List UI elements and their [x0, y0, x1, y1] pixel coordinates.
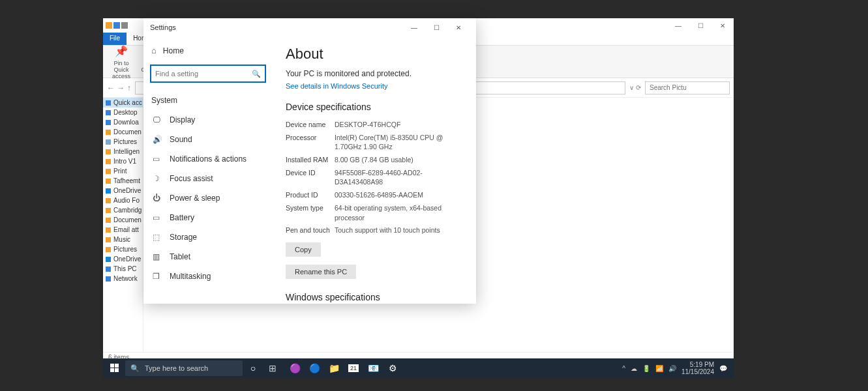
settings-nav-storage[interactable]: ⬚Storage [143, 227, 273, 247]
svg-rect-2 [110, 368, 114, 372]
explorer-search-input[interactable] [645, 81, 730, 94]
settings-maximize-button[interactable]: ☐ [425, 18, 447, 36]
settings-close-button[interactable]: ✕ [447, 18, 470, 36]
explorer-sidebar-item[interactable]: Audio Fo [103, 195, 143, 205]
taskbar-copilot-icon[interactable]: 🟣 [286, 359, 304, 377]
settings-home-button[interactable]: ⌂ Home [143, 42, 273, 59]
taskbar-settings-icon[interactable]: ⚙ [383, 359, 402, 377]
settings-nav-tablet[interactable]: ▥Tablet [143, 247, 273, 267]
svg-rect-3 [115, 368, 119, 372]
svg-rect-0 [110, 364, 114, 368]
search-icon: 🔍 [130, 364, 140, 373]
settings-main-content: About Your PC is monitored and protected… [273, 36, 476, 304]
settings-search-input[interactable] [155, 70, 252, 78]
settings-search-box[interactable]: 🔍 [150, 65, 266, 83]
explorer-sidebar-item[interactable]: Documen [103, 127, 143, 137]
spec-row: Pen and touchTouch support with 10 touch… [286, 225, 463, 235]
power-icon: ⏻ [153, 194, 162, 203]
explorer-minimize-button[interactable]: — [667, 22, 689, 29]
pin-icon: 📌 [114, 44, 128, 59]
explorer-maximize-button[interactable]: ☐ [689, 22, 711, 29]
storage-icon: ⬚ [153, 233, 162, 242]
tray-chevron-up-icon[interactable]: ^ [622, 365, 625, 372]
settings-nav-sound[interactable]: 🔊Sound [143, 130, 273, 149]
taskbar: 🔍 Type here to search ○ ⊞ 🟣 🔵 📁 21 📧 ⚙ ^… [103, 358, 734, 378]
explorer-sidebar-item[interactable]: Music [103, 235, 143, 244]
multi-icon: ❐ [153, 272, 162, 281]
tray-battery-icon[interactable]: 🔋 [642, 365, 650, 372]
settings-titlebar[interactable]: Settings — ☐ ✕ [143, 18, 476, 36]
explorer-sidebar-item[interactable]: OneDrive [103, 254, 143, 264]
taskbar-mail-icon[interactable]: 📧 [364, 359, 382, 377]
page-title: About [286, 46, 463, 63]
settings-nav-display[interactable]: 🖵Display [143, 110, 273, 130]
settings-minimize-button[interactable]: — [403, 18, 425, 36]
display-icon: 🖵 [153, 115, 162, 124]
home-icon: ⌂ [151, 46, 157, 55]
spec-row: Device ID94F5508F-6289-4460-AD02-D3A1434… [286, 168, 463, 187]
action-center-button[interactable]: 💬 [719, 365, 727, 372]
explorer-sidebar-item[interactable]: Pictures [103, 244, 143, 254]
settings-nav-focus[interactable]: ☽Focus assist [143, 169, 273, 188]
explorer-sidebar-item[interactable]: Tafheemt [103, 176, 143, 186]
explorer-sidebar-item[interactable]: OneDrive [103, 186, 143, 195]
settings-nav-battery[interactable]: ▭Battery [143, 208, 273, 227]
copy-specs-button[interactable]: Copy [286, 242, 321, 257]
spec-row: Installed RAM8.00 GB (7.84 GB usable) [286, 155, 463, 165]
explorer-sidebar-item[interactable]: Quick acc [103, 98, 143, 108]
notif-icon: ▭ [153, 154, 162, 164]
spec-row: Product ID00330-51626-64895-AAOEM [286, 190, 463, 200]
taskbar-app-icon[interactable]: 21 [344, 359, 363, 377]
taskbar-edge-icon[interactable]: 🔵 [305, 359, 323, 377]
settings-sidebar: ⌂ Home 🔍 System 🖵Display🔊Sound▭Notificat… [143, 36, 273, 304]
explorer-sidebar-item[interactable]: Documen [103, 215, 143, 225]
tray-volume-icon[interactable]: 🔊 [668, 365, 676, 372]
explorer-sidebar-item[interactable]: Intro V1 [103, 156, 143, 166]
spec-row: Device nameDESKTOP-4T6HCQF [286, 120, 463, 130]
cortana-icon[interactable]: ○ [244, 359, 262, 377]
task-view-button[interactable]: ⊞ [263, 359, 282, 377]
rename-pc-button[interactable]: Rename this PC [286, 265, 356, 279]
taskbar-clock[interactable]: 5:19 PM 11/15/2024 [681, 361, 714, 375]
windows-spec-header: Windows specifications [286, 292, 463, 302]
device-spec-header: Device specifications [286, 102, 463, 112]
explorer-sidebar-item[interactable]: Pictures [103, 137, 143, 147]
spec-row: System type64-bit operating system, x64-… [286, 203, 463, 222]
explorer-sidebar-item[interactable]: Cambridg [103, 205, 143, 215]
taskbar-explorer-icon[interactable]: 📁 [325, 359, 343, 377]
focus-icon: ☽ [153, 174, 162, 183]
search-icon: 🔍 [252, 70, 261, 78]
settings-nav-power[interactable]: ⏻Power & sleep [143, 188, 273, 208]
explorer-sidebar-item[interactable]: Network [103, 274, 143, 283]
settings-title-text: Settings [150, 23, 176, 31]
start-button[interactable] [106, 359, 124, 377]
spec-row: ProcessorIntel(R) Core(TM) i5-8350U CPU … [286, 133, 463, 152]
svg-rect-1 [115, 364, 119, 368]
pin-quick-access-button[interactable]: 📌 Pin to Quick access [107, 44, 136, 80]
explorer-tab-file[interactable]: File [103, 33, 127, 45]
battery-icon: ▭ [153, 213, 162, 222]
explorer-nav-buttons[interactable]: ← → ↑ [107, 83, 131, 93]
explorer-sidebar-item[interactable]: Print [103, 166, 143, 176]
tablet-icon: ▥ [153, 252, 162, 261]
sound-icon: 🔊 [153, 135, 162, 144]
windows-security-link[interactable]: See details in Windows Security [286, 82, 463, 90]
taskbar-search-box[interactable]: 🔍 Type here to search [125, 360, 243, 376]
tray-onedrive-icon[interactable]: ☁ [631, 365, 637, 372]
explorer-close-button[interactable]: ✕ [711, 22, 734, 29]
settings-nav-notif[interactable]: ▭Notifications & actions [143, 149, 273, 169]
explorer-sidebar-item[interactable]: This PC [103, 264, 143, 274]
settings-category-label: System [143, 91, 273, 110]
explorer-sidebar-item[interactable]: Email att [103, 225, 143, 235]
system-tray[interactable]: ^ ☁ 🔋 📶 🔊 5:19 PM 11/15/2024 💬 [622, 361, 731, 375]
protection-status-text: Your PC is monitored and protected. [286, 69, 463, 78]
explorer-nav-pane[interactable]: Quick accDesktopDownloaDocumenPicturesIn… [103, 98, 143, 358]
tray-wifi-icon[interactable]: 📶 [655, 365, 663, 372]
settings-nav-multi[interactable]: ❐Multitasking [143, 267, 273, 286]
explorer-sidebar-item[interactable]: Desktop [103, 108, 143, 117]
explorer-sidebar-item[interactable]: Intelligen [103, 147, 143, 156]
settings-window: Settings — ☐ ✕ ⌂ Home 🔍 System 🖵Display🔊… [143, 18, 476, 304]
explorer-sidebar-item[interactable]: Downloa [103, 117, 143, 127]
